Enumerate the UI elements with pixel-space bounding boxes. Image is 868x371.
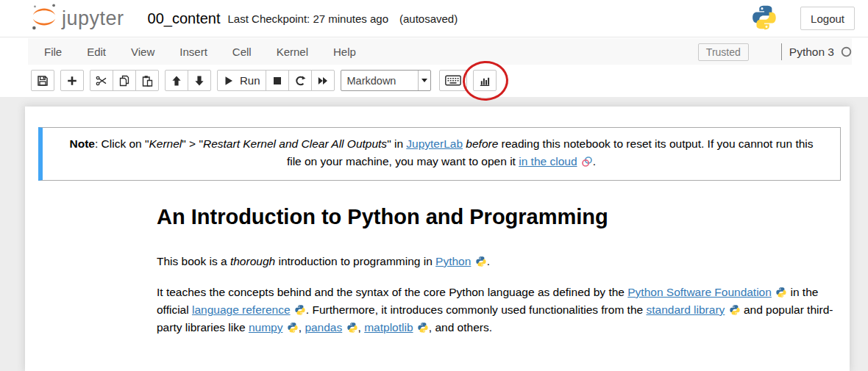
cut-button[interactable]: [90, 70, 113, 91]
text-run: [342, 321, 345, 334]
python-logo-icon: [294, 304, 306, 316]
notebook-title[interactable]: 00_content: [148, 10, 221, 27]
run-icon: [223, 75, 235, 87]
cut-icon: [96, 75, 107, 87]
toolbar-button-group: [165, 70, 211, 91]
italic-text: thorough: [230, 255, 275, 267]
jupyter-logo-icon: [29, 2, 59, 35]
italic-text: Restart Kernel and Clear All Outputs: [203, 137, 387, 150]
cell-type-value: Markdown: [341, 75, 418, 87]
menu-edit[interactable]: Edit: [74, 38, 118, 65]
menu-kernel[interactable]: Kernel: [264, 38, 321, 65]
text-run: : Click on ": [95, 137, 149, 150]
cell-type-select[interactable]: Markdown: [341, 70, 431, 91]
menu-view[interactable]: View: [118, 38, 167, 65]
markdown-paragraph-2: It teaches the concepts behind and the s…: [157, 284, 835, 336]
header-bar: jupyter 00_content Last Checkpoint: 27 m…: [0, 0, 868, 37]
text-run: . Furthermore, it introduces commonly us…: [306, 303, 647, 316]
python-logo-icon: [729, 304, 741, 316]
bar-chart-button[interactable]: [473, 70, 497, 91]
python-logo-icon: [417, 322, 429, 334]
text-run: , and others.: [429, 321, 492, 334]
bold-text: Note: [69, 137, 94, 150]
menu-file[interactable]: File: [32, 38, 74, 65]
bar-chart-icon: [479, 75, 491, 87]
select-dropdown-arrow-icon[interactable]: [418, 71, 430, 90]
text-run: .: [593, 155, 596, 168]
save-icon: [37, 75, 49, 87]
text-run: ,: [358, 321, 365, 334]
inline-link[interactable]: in the cloud: [519, 155, 577, 168]
text-run: It teaches the concepts behind and the s…: [157, 286, 627, 298]
paste-button[interactable]: [135, 70, 159, 91]
python-logo-icon: [346, 322, 358, 334]
copy-icon: [118, 75, 130, 87]
menu-bar: FileEditViewInsertCellKernelHelp Trusted…: [28, 38, 852, 65]
toolbar-button-group: [439, 70, 467, 91]
italic-text: Kernel: [149, 137, 182, 150]
menu-insert[interactable]: Insert: [167, 38, 220, 65]
add-cell-button[interactable]: [60, 70, 84, 91]
jupyter-logo-text: jupyter: [62, 7, 124, 30]
down-arrow-icon: [193, 75, 205, 87]
save-button[interactable]: [31, 70, 54, 91]
inline-link[interactable]: Python Software Foundation: [627, 286, 772, 298]
text-run: .: [487, 255, 490, 267]
stop-icon: [271, 75, 283, 87]
autosave-status: (autosaved): [399, 12, 458, 25]
inline-link[interactable]: language reference: [192, 303, 291, 316]
italic-text: before: [466, 137, 498, 150]
text-run: [413, 321, 416, 334]
menubar-row: FileEditViewInsertCellKernelHelp Trusted…: [0, 37, 868, 65]
inline-link[interactable]: numpy: [249, 321, 283, 334]
inline-link[interactable]: matplotlib: [364, 321, 413, 334]
toolbar-button-group: [90, 70, 159, 91]
stop-button[interactable]: [266, 70, 289, 91]
toolbar-button-group: [31, 70, 54, 91]
inline-link[interactable]: standard library: [646, 303, 725, 316]
menu-cell[interactable]: Cell: [220, 38, 264, 65]
move-up-button[interactable]: [165, 70, 188, 91]
plus-icon: [66, 75, 78, 87]
run-button-label: Run: [240, 74, 260, 87]
inline-link[interactable]: JupyterLab: [406, 137, 463, 150]
fast-forward-icon: [317, 75, 329, 87]
text-run: [291, 303, 294, 316]
inline-link[interactable]: Python: [435, 255, 471, 267]
text-run: This book is a: [157, 255, 230, 267]
command-palette-button[interactable]: [439, 70, 467, 91]
jupyter-logo[interactable]: jupyter: [29, 2, 124, 35]
paste-icon: [141, 75, 153, 87]
text-run: " in: [387, 137, 406, 150]
text-run: " > ": [182, 137, 203, 150]
toolbar-button-group: Run: [217, 70, 335, 91]
restart-kernel-button[interactable]: [288, 70, 312, 91]
move-down-button[interactable]: [188, 70, 211, 91]
menu-help[interactable]: Help: [321, 38, 369, 65]
text-run: introduction to programming in: [275, 255, 435, 267]
inline-link[interactable]: pandas: [305, 321, 342, 334]
text-run: [282, 321, 285, 334]
text-run: [577, 155, 580, 168]
run-button[interactable]: Run: [217, 70, 266, 91]
python-logo-icon: [775, 287, 787, 298]
kernel-divider: [781, 43, 782, 60]
restart-run-all-button[interactable]: [311, 70, 335, 91]
text-run: [471, 255, 474, 267]
kernel-idle-circle-icon: [841, 46, 852, 57]
python-logo-icon: [287, 322, 299, 334]
up-arrow-icon: [171, 75, 182, 87]
checkpoint-status: Last Checkpoint: 27 minutes ago: [228, 12, 388, 25]
trusted-badge: Trusted: [698, 43, 749, 61]
python-logo-icon: [750, 4, 778, 32]
copy-button[interactable]: [113, 70, 136, 91]
keyboard-icon: [445, 75, 461, 86]
note-callout: Note: Click on "Kernel" > "Restart Kerne…: [38, 127, 841, 181]
text-run: [725, 303, 728, 316]
markdown-heading: An Introduction to Python and Programmin…: [157, 204, 850, 229]
toolbar-button-group: [60, 70, 84, 91]
notebook-container[interactable]: Note: Click on "Kernel" > "Restart Kerne…: [25, 107, 850, 371]
toolbar: RunMarkdown: [0, 65, 868, 98]
logout-button[interactable]: Logout: [800, 7, 855, 30]
restart-icon: [294, 75, 306, 87]
